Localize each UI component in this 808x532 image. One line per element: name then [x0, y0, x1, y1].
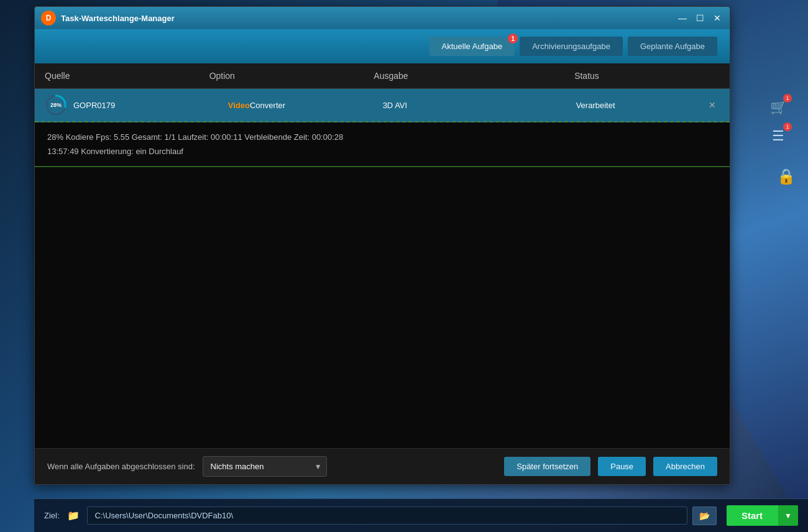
start-btn-group: Start ▼: [727, 505, 798, 526]
task-option: VideoConverter: [228, 101, 383, 110]
tab-badge-aktuelle: 1: [508, 34, 518, 44]
task-source: GOPR0179: [73, 101, 228, 110]
col-header-quelle: Quelle: [35, 63, 200, 88]
ziel-label: Ziel:: [44, 511, 60, 520]
col-header-option: Option: [200, 63, 364, 88]
progress-stats: 28% Kodiere Fps: 5.55 Gesamt: 1/1 Laufze…: [47, 132, 717, 142]
title-bar: D Task-Warteschlange-Manager — ☐ ✕: [35, 7, 730, 29]
lock-icon: 🔒: [777, 168, 796, 185]
footer-area: Wenn alle Aufgaben abgeschlossen sind: N…: [35, 448, 730, 484]
list-icon[interactable]: ☰ 1: [767, 125, 789, 147]
task-option-video-label: Video: [228, 101, 250, 110]
tab-geplante-aufgabe[interactable]: Geplante Aufgabe: [628, 37, 717, 56]
start-dropdown-button[interactable]: ▼: [778, 505, 798, 526]
title-bar-controls: — ☐ ✕: [676, 12, 723, 24]
when-done-select[interactable]: Nichts machen Computer herunterfahren Ru…: [203, 456, 327, 477]
header-area: Aktuelle Aufgabe 1 Archivierungsaufgabe …: [35, 29, 730, 63]
when-done-select-wrapper: Nichts machen Computer herunterfahren Ru…: [203, 456, 327, 477]
progress-percent: 28%: [50, 102, 62, 108]
path-display: C:\Users\User\Documents\DVDFab10\: [87, 507, 687, 525]
col-header-status: Status: [564, 63, 705, 88]
log-area: [35, 167, 730, 448]
maximize-button[interactable]: ☐: [694, 12, 706, 24]
app-window: D Task-Warteschlange-Manager — ☐ ✕ Aktue…: [34, 6, 730, 485]
tab-aktuelle-aufgabe[interactable]: Aktuelle Aufgabe 1: [429, 37, 515, 56]
minimize-button[interactable]: —: [676, 12, 689, 24]
task-output: 3D AVI: [383, 101, 576, 110]
progress-time: 13:57:49 Konvertierung: ein Durchlauf: [47, 147, 717, 156]
table-body: 28% GOPR0179 VideoConverter 3D AVI Verar…: [35, 89, 730, 448]
table-row: 28% GOPR0179 VideoConverter 3D AVI Verar…: [35, 89, 730, 122]
later-button[interactable]: Später fortsetzen: [504, 457, 590, 476]
footer-when-done-label: Wenn alle Aufgaben abgeschlossen sind:: [47, 462, 195, 471]
cart-icon[interactable]: 🛒 1: [767, 96, 789, 119]
list-badge: 1: [783, 122, 792, 131]
task-option-suffix: Converter: [250, 101, 285, 110]
app-icon: D: [41, 11, 56, 25]
folder-icon: 📁: [67, 510, 80, 521]
col-header-ausgabe: Ausgabe: [364, 63, 564, 88]
cart-badge: 1: [783, 94, 792, 103]
close-button[interactable]: ✕: [711, 12, 723, 24]
browse-button[interactable]: 📂: [692, 507, 717, 525]
tab-archivierungsaufgabe[interactable]: Archivierungsaufgabe: [520, 37, 623, 56]
pause-button[interactable]: Pause: [598, 457, 646, 476]
task-status: Verarbeitet: [576, 101, 705, 110]
task-close-button[interactable]: ✕: [705, 99, 720, 111]
table-header: Quelle Option Ausgabe Status: [35, 63, 730, 89]
progress-info: 28% Kodiere Fps: 5.55 Gesamt: 1/1 Laufze…: [35, 122, 730, 167]
cancel-button[interactable]: Abbrechen: [653, 457, 717, 476]
desktop-icons: 🛒 1 ☰ 1: [767, 96, 789, 147]
window-title: Task-Warteschlange-Manager: [61, 14, 676, 23]
taskbar-area: Ziel: 📁 C:\Users\User\Documents\DVDFab10…: [34, 498, 808, 532]
start-button[interactable]: Start: [727, 505, 778, 526]
progress-circle: 28%: [45, 94, 67, 116]
